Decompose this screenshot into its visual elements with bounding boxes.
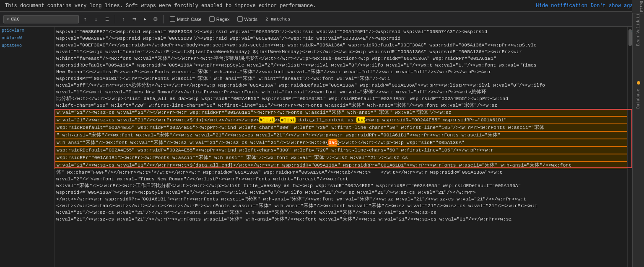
search-icon: ⌕	[6, 16, 9, 22]
code-line-24: </w:t></w:r><w:r wsp:rsidRPr="001A61B1">…	[55, 196, 632, 203]
line-content: w:val="21"/><w:sz-cs w:val="21"/></w:rPr…	[57, 117, 628, 123]
hide-notification-link[interactable]: Hide notification	[536, 3, 587, 9]
code-line-11: w:left-chars="300" w:left="720" w:first-…	[55, 102, 632, 109]
right-scrollbar[interactable]	[627, 27, 632, 267]
line-content: wsp:val="008B6EE7"/><wsp:rsid wsp:val="0…	[56, 28, 629, 35]
matches-number: 2 matches	[265, 17, 290, 22]
notification-links: Hide notification Don't show again	[536, 3, 639, 9]
code-line-20: 体" wx:char="F09F"/></w:rPr><w:t>*</w:t><…	[55, 169, 632, 176]
line-content: 体" wx:char="F09F"/></w:rPr><w:t>*</w:t><…	[56, 169, 629, 176]
line-content: w:val="2"/>"<wx:font wx:val="Times New R…	[56, 176, 629, 182]
code-line-27: w:val="21"/><w:sz-cs w:val="21"/></w:rPr…	[55, 216, 632, 223]
dont-show-link[interactable]: Don't show again	[591, 3, 639, 9]
code-line-4: w:hint="fareast"/><wx:font wx:val="宋体"/>…	[55, 55, 632, 62]
line-content: w:val="21"/><w:sz-cs w:val="21"/></w:rPr…	[57, 109, 628, 116]
code-line-8: w:val="off"/></w:rPr><w:t>总体分析</w:t></w:…	[55, 82, 632, 89]
find-in-selection-button[interactable]: ☰	[102, 15, 112, 24]
line-content: w:hint="fareast"/><wx:font wx:val="宋体"/>…	[56, 55, 629, 62]
search-input-wrapper: ⌕	[3, 15, 79, 23]
search-extra-btn-1[interactable]: ↕	[119, 15, 128, 24]
prev-match-button[interactable]: ↑	[80, 15, 90, 24]
words-button[interactable]: Words	[234, 14, 261, 24]
search-matches-count: 2 matches	[265, 17, 290, 22]
line-content: w:val="21"/><w:sz-cs w:val="21"/></w:rPr…	[56, 209, 629, 216]
line-content: w:val="21"/><w:sz-cs w:val="21"/></w:rPr…	[57, 162, 628, 169]
code-line-21: w:val="2"/>"<wx:font wx:val="Times New R…	[55, 176, 632, 182]
line-content: New Roman"/></w:listPr><w:rPr><w:rFonts …	[56, 69, 629, 75]
search-match: dac	[356, 117, 365, 123]
regex-button[interactable]: Regex	[206, 14, 233, 24]
code-line-9: w:val="1"/><wx:t wx:val="Times New Roman…	[55, 89, 632, 95]
search-input[interactable]	[11, 16, 61, 22]
code-line-26: w:val="21"/><w:sz-cs w:val="21"/></w:rPr…	[55, 209, 632, 216]
code-line-16: w:h-ansi="宋体"/><wx:font wx:val="宋体"/><w:…	[55, 139, 632, 146]
code-line-17: wsp:rsidRDefault="002A4E55" wsp:rsidP="0…	[55, 146, 632, 154]
line-content: w:val="1"/><wx:t wx:val="Times New Roman…	[56, 89, 629, 95]
code-line-22: wx:val="宋体"/></w:rPr><w:t>工作日环比分析</w:t><…	[55, 182, 632, 189]
search-divider-2	[163, 15, 164, 23]
line-content: " w:h-ansi="宋体"/><wx:font wx:val="宋体"/><…	[57, 132, 628, 139]
main-editor-area: ptidAlarm onAlarmW uptateVo wsp:val="008…	[0, 27, 632, 267]
line-content: w:h-ansi="宋体"/><wx:font wx:val="宋体"/><w:…	[57, 139, 628, 146]
code-line-18: wsp:rsidRPr="001A61B1"><w:rPr><w:rFonts …	[55, 154, 632, 162]
line-content: wsp:rsidRDefault="002A4E55" wsp:rsidP="0…	[57, 124, 628, 131]
match-case-button[interactable]: Match Case	[167, 14, 205, 24]
code-line-13: w:val="21"/><w:sz-cs w:val="21"/></w:rPr…	[55, 116, 632, 124]
words-checkbox	[237, 16, 243, 22]
code-line-14: wsp:rsidRDefault="002A4E55" wsp:rsidP="0…	[55, 124, 632, 131]
line-content: wsp:val="00BA39EF"/><wsp:rsid wsp:val="0…	[56, 35, 629, 42]
notification-text: This document contains very long lines. …	[5, 3, 536, 9]
code-line-2: wsp:val="00EF30AC"/></wsp:rsids></w:docP…	[55, 42, 632, 49]
code-line-6: New Roman"/></w:listPr><w:rPr><w:rFonts …	[55, 69, 632, 75]
code-line-23: wsp:rsidP="005A136A"><w:pPr><w:pStyle w:…	[55, 189, 632, 196]
line-content: </w:t></w:r><w:tab/><w:t></w:t></w:r></w…	[56, 203, 629, 209]
right-panel-dot-yellow	[637, 81, 640, 85]
search-settings-button[interactable]: ⚙	[151, 15, 160, 23]
search-divider	[115, 15, 115, 23]
code-line-3: w:val="1"/><w:jc w:val="center"/></w:rPr…	[55, 49, 632, 55]
match-case-checkbox	[170, 16, 175, 22]
search-extra-btn-2[interactable]: ⇉	[130, 15, 139, 24]
right-panel: Bean Validation Database	[632, 0, 644, 267]
line-content: wsp:rsidRDefault="005A136A" wsp:rsidP="0…	[56, 62, 629, 69]
match-case-label: Match Case	[177, 17, 202, 22]
code-line-25: </w:t></w:r><w:tab/><w:t></w:t></w:r></w…	[55, 203, 632, 209]
scrollbar-thumb[interactable]	[628, 29, 632, 46]
regex-label: Regex	[216, 17, 230, 22]
line-content: wsp:rsidRDefault="002A4E55" wsp:rsidP="0…	[57, 147, 628, 154]
words-label: Words	[244, 17, 258, 22]
code-line-7: wsp:rsidRPr="001A61B1"><w:rPr><w:rFonts …	[55, 75, 632, 82]
search-bar: ⌕ ↑ ↓ ☰ ↕ ⇉ ► ⚙ Match Case Regex Words 2…	[0, 12, 644, 27]
line-content: wsp:val="00EF30AC"/></wsp:rsids></w:docP…	[56, 42, 629, 49]
line-content: w:val="off"/></w:rPr><w:t>总体分析</w:t></w:…	[56, 82, 629, 89]
next-match-button[interactable]: ↓	[91, 15, 101, 24]
gutter-item-3: uptateVo	[0, 42, 54, 50]
gutter-item-2: onAlarmW	[0, 35, 54, 42]
code-line-12: w:val="21"/><w:sz-cs w:val="21"/></w:rPr…	[55, 109, 632, 116]
notification-bar: This document contains very long lines. …	[0, 0, 644, 12]
line-content: w:val="21"/><w:sz-cs w:val="21"/></w:rPr…	[56, 216, 629, 223]
code-line-1: wsp:val="00BA39EF"/><wsp:rsid wsp:val="0…	[55, 35, 632, 42]
left-gutter: ptidAlarm onAlarmW uptateVo	[0, 27, 55, 267]
line-content: w:left-chars="300" w:left="720" w:first-…	[56, 102, 629, 109]
search-match-current: dac	[328, 140, 337, 145]
code-line-0: wsp:val="008B6EE7"/><wsp:rsid wsp:val="0…	[55, 28, 632, 35]
search-extra-btn-3[interactable]: ►	[140, 15, 150, 24]
gutter-item-1: ptidAlarm	[0, 27, 54, 35]
line-content: wsp:rsidP="005A136A"><w:pPr><w:pStyle w:…	[56, 189, 629, 196]
regex-checkbox	[209, 16, 215, 22]
code-line-15: " w:h-ansi="宋体"/><wx:font wx:val="宋体"/><…	[55, 131, 632, 139]
editor-content[interactable]: wsp:val="008B6EE7"/><wsp:rsid wsp:val="0…	[55, 27, 632, 267]
line-content: wx:val="宋体"/></w:rPr><w:t>工作日环比分析</w:t><…	[56, 182, 629, 189]
line-content: w:val="1"/><w:jc w:val="center"/></w:rPr…	[56, 49, 629, 55]
code-line-10: 比分析</w:t></w:r></w:p><#list data_all as …	[55, 95, 632, 102]
line-content: wsp:rsidRPr="001A61B1"><w:rPr><w:rFonts …	[57, 154, 628, 161]
line-content: </w:t></w:r><w:r wsp:rsidRPr="001A61B1">…	[56, 196, 629, 203]
database-label[interactable]: Database	[635, 87, 641, 110]
code-line-5: wsp:rsidRDefault="005A136A" wsp:rsidP="0…	[55, 62, 632, 69]
build-indicator: Build	[632, 0, 644, 13]
line-content: 比分析</w:t></w:r></w:p><#list data_all as …	[56, 95, 629, 102]
code-line-19: w:val="21"/><w:sz-cs w:val="21"/></w:rPr…	[55, 162, 632, 169]
line-content: wsp:rsidRPr="001A61B1"><w:rPr><w:rFonts …	[56, 75, 629, 82]
